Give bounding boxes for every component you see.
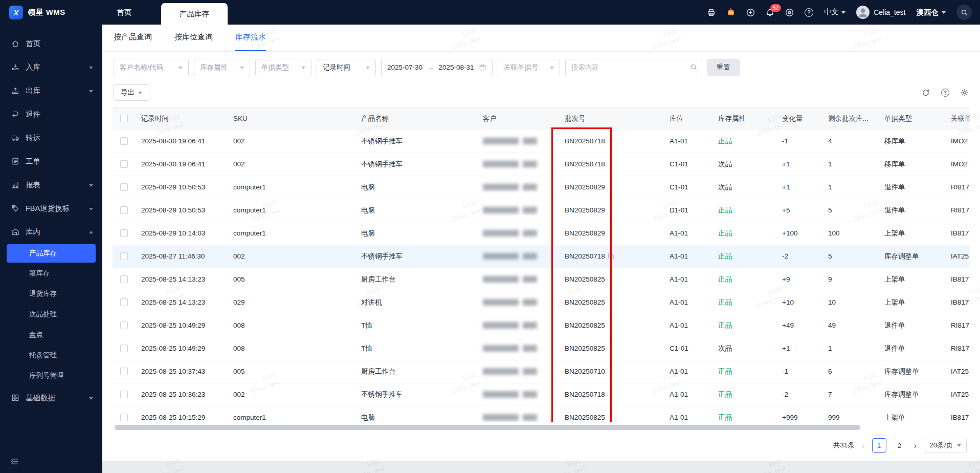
printer-icon[interactable] xyxy=(707,8,716,17)
row-checkbox[interactable] xyxy=(120,183,128,191)
notification-bell-icon[interactable]: 57 xyxy=(766,8,774,17)
sidebar-item-fba-relabel[interactable]: FBA退货换标 xyxy=(0,197,102,220)
app-logo: X 领星 WMS xyxy=(0,0,102,25)
page-button-1[interactable]: 1 xyxy=(872,438,886,453)
cell-batch-no: BN20250718 xyxy=(559,130,663,153)
row-checkbox[interactable] xyxy=(120,368,128,375)
topnav-tab-product-inventory[interactable]: 产品库存 xyxy=(161,3,228,25)
date-to: 2025-08-31 xyxy=(439,63,474,71)
assistant-bot-icon[interactable] xyxy=(726,8,736,17)
user-menu[interactable]: Celia_test xyxy=(856,6,905,19)
table-row[interactable]: 2025-08-30 19:06:41 002 不锈钢手推车 BN2025071… xyxy=(113,153,970,176)
filter-doc-type-select[interactable]: 单据类型 xyxy=(255,59,311,76)
row-checkbox[interactable] xyxy=(120,160,128,168)
row-checkbox[interactable] xyxy=(120,137,128,145)
column-settings-icon[interactable] xyxy=(961,89,969,97)
refresh-icon[interactable] xyxy=(922,89,930,97)
next-page-button[interactable]: › xyxy=(913,441,918,450)
row-checkbox[interactable] xyxy=(120,275,128,283)
download-icon[interactable] xyxy=(746,8,755,17)
table-row[interactable]: 2025-08-25 10:36:23 002 不锈钢手推车 BN2025071… xyxy=(113,383,970,406)
cell-doc-type: 退件单 xyxy=(878,337,945,360)
table-row[interactable]: 2025-08-25 10:15:29 computer1 电脑 BN20250… xyxy=(113,406,970,422)
total-count: 共31条 xyxy=(833,441,855,450)
help-icon[interactable]: ? xyxy=(941,89,949,97)
cell-remaining-batch: 100 xyxy=(822,222,878,245)
row-checkbox[interactable] xyxy=(120,391,128,398)
search-icon[interactable] xyxy=(690,63,698,71)
table-row[interactable]: 2025-08-30 19:06:41 002 不锈钢手推车 BN2025071… xyxy=(113,130,970,153)
sidebar-item-inbound[interactable]: 入库 xyxy=(0,55,102,79)
sidebar: 首页 入库 出库 退件 转运 工单 报表 FBA退货换标 库内 产品库存 xyxy=(0,25,102,473)
export-button[interactable]: 导出 xyxy=(114,84,149,101)
copy-icon[interactable] xyxy=(608,253,614,260)
cell-change-qty: +49 xyxy=(776,314,822,337)
sidebar-item-box-inventory[interactable]: 箱库存 xyxy=(0,263,102,284)
date-range-picker[interactable]: 2025-07-30 → 2025-08-31 xyxy=(381,59,493,76)
sidebar-item-in-warehouse[interactable]: 库内 xyxy=(0,220,102,244)
table-row[interactable]: 2025-08-25 10:37:43 005 厨房工作台 BN20250710… xyxy=(113,360,970,383)
row-checkbox[interactable] xyxy=(120,229,128,237)
sidebar-item-base-data[interactable]: 基础数据 xyxy=(0,386,102,410)
search-icon[interactable] xyxy=(956,5,972,20)
tab-inventory-flow[interactable]: 库存流水 xyxy=(235,25,266,51)
reset-button[interactable]: 重置 xyxy=(707,59,740,76)
sidebar-item-reports[interactable]: 报表 xyxy=(0,173,102,197)
search-input[interactable] xyxy=(565,59,702,76)
tab-query-by-location[interactable]: 按库位查询 xyxy=(174,25,213,51)
row-checkbox[interactable] xyxy=(120,206,128,214)
sidebar-item-serial-management[interactable]: 序列号管理 xyxy=(0,365,102,386)
cell-record-time: 2025-08-25 10:36:23 xyxy=(135,383,227,406)
row-checkbox[interactable] xyxy=(120,345,128,352)
table-row[interactable]: 2025-08-25 10:49:29 008 T恤 BN20250825 C1… xyxy=(113,337,970,360)
cell-related-doc: IAT25 xyxy=(945,383,970,406)
cell-batch-no: BN20250718 xyxy=(559,383,663,406)
topnav-home[interactable]: 首页 xyxy=(102,0,146,25)
avatar xyxy=(856,6,870,19)
language-selector[interactable]: 中文 xyxy=(824,8,845,17)
sidebar-item-pallet-management[interactable]: 托盘管理 xyxy=(0,345,102,365)
sidebar-item-defect-handling[interactable]: 次品处理 xyxy=(0,304,102,325)
tab-query-by-product[interactable]: 按产品查询 xyxy=(114,25,152,51)
cell-location: C1-01 xyxy=(663,176,712,199)
table-row[interactable]: 2025-08-25 14:13:23 005 厨房工作台 BN20250825… xyxy=(113,268,970,291)
sidebar-item-return-inventory[interactable]: 退货库存 xyxy=(0,284,102,304)
intercom-icon[interactable] xyxy=(785,8,794,17)
sidebar-item-stocktake[interactable]: 盘点 xyxy=(0,325,102,345)
row-checkbox[interactable] xyxy=(120,321,128,329)
sidebar-item-transfer[interactable]: 转运 xyxy=(0,126,102,149)
prev-page-button[interactable]: ‹ xyxy=(861,441,866,450)
cell-change-qty: +1 xyxy=(776,337,822,360)
cell-batch-no: BN20250825 xyxy=(559,406,663,422)
cell-stock-attr: 正品 xyxy=(712,268,776,291)
table-row[interactable]: 2025-08-29 10:50:53 computer1 电脑 BN20250… xyxy=(113,176,970,199)
filter-attr-select[interactable]: 库存属性 xyxy=(194,59,250,76)
sidebar-item-home[interactable]: 首页 xyxy=(0,32,102,55)
sidebar-item-outbound[interactable]: 出库 xyxy=(0,79,102,102)
warehouse-selector[interactable]: 澳西仓 xyxy=(917,8,946,17)
filter-time-field-select[interactable]: 记录时间 xyxy=(317,59,376,76)
table-row[interactable]: 2025-08-25 10:49:29 008 T恤 BN20250825 A1… xyxy=(113,314,970,337)
filter-customer-select[interactable]: 客户名称/代码 xyxy=(114,59,189,76)
scrollbar-thumb[interactable] xyxy=(115,425,860,430)
cell-remaining-batch: 6 xyxy=(822,360,878,383)
header-stock-attr: 库存属性 xyxy=(712,107,776,130)
cell-location: A1-01 xyxy=(663,130,712,153)
row-checkbox[interactable] xyxy=(120,298,128,306)
chevron-down-icon xyxy=(89,67,93,71)
filter-related-no-select[interactable]: 关联单据号 xyxy=(498,59,560,76)
select-all-checkbox[interactable] xyxy=(120,115,128,122)
sidebar-item-returns[interactable]: 退件 xyxy=(0,102,102,126)
page-button-2[interactable]: 2 xyxy=(893,438,907,453)
page-size-select[interactable]: 20条/页 xyxy=(924,438,967,453)
table-row[interactable]: 2025-08-27 11:46:30 002 不锈钢手推车 BN2025071… xyxy=(113,245,970,268)
sidebar-item-workorder[interactable]: 工单 xyxy=(0,149,102,173)
table-row[interactable]: 2025-08-25 14:13:23 029 对讲机 BN20250825 A… xyxy=(113,291,970,314)
sidebar-item-product-inventory[interactable]: 产品库存 xyxy=(7,244,96,263)
table-row[interactable]: 2025-08-29 10:14:03 computer1 电脑 BN20250… xyxy=(113,222,970,245)
row-checkbox[interactable] xyxy=(120,414,128,421)
row-checkbox[interactable] xyxy=(120,252,128,260)
help-icon[interactable]: ? xyxy=(805,8,813,17)
table-row[interactable]: 2025-08-29 10:50:53 computer1 电脑 BN20250… xyxy=(113,199,970,222)
collapse-sidebar-icon[interactable] xyxy=(10,457,19,466)
